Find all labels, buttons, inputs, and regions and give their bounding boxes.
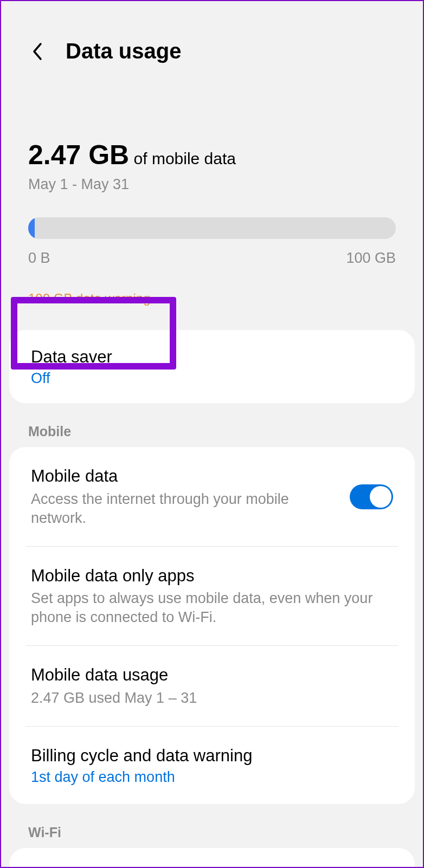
page-title: Data usage — [66, 39, 181, 63]
toggle-knob — [370, 486, 391, 508]
data-saver-status: Off — [31, 370, 393, 387]
mobile-card: Mobile data Access the internet through … — [9, 447, 415, 804]
usage-max-label: 100 GB — [346, 250, 396, 267]
wifi-card: Wi-Fi data usage — [9, 848, 415, 868]
usage-summary: 2.47 GB of mobile data May 1 - May 31 0 … — [1, 85, 423, 322]
usage-suffix: of mobile data — [129, 150, 236, 167]
usage-period: May 1 - May 31 — [28, 176, 396, 193]
mobile-usage-subtitle: 2.47 GB used May 1 – 31 — [31, 689, 393, 708]
usage-min-label: 0 B — [28, 250, 50, 267]
billing-cycle-subtitle: 1st day of each month — [31, 769, 393, 786]
header-bar: Data usage — [1, 1, 423, 85]
wifi-usage-row[interactable]: Wi-Fi data usage — [9, 848, 415, 868]
mobile-data-row[interactable]: Mobile data Access the internet through … — [9, 447, 415, 546]
highlight-annotation — [11, 297, 176, 370]
mobile-data-title: Mobile data — [31, 465, 339, 487]
mobile-data-toggle[interactable] — [350, 484, 393, 509]
back-icon[interactable] — [31, 42, 44, 61]
billing-cycle-row[interactable]: Billing cycle and data warning 1st day o… — [9, 727, 415, 804]
usage-progress-bar[interactable] — [28, 217, 396, 239]
mobile-only-apps-title: Mobile data only apps — [31, 565, 393, 587]
mobile-only-apps-subtitle: Set apps to always use mobile data, even… — [31, 589, 393, 627]
usage-progress-fill — [28, 217, 35, 239]
usage-amount-line: 2.47 GB of mobile data — [28, 139, 396, 171]
billing-cycle-title: Billing cycle and data warning — [31, 745, 393, 767]
mobile-usage-row[interactable]: Mobile data usage 2.47 GB used May 1 – 3… — [9, 646, 415, 726]
usage-progress-labels: 0 B 100 GB — [28, 250, 396, 267]
mobile-only-apps-row[interactable]: Mobile data only apps Set apps to always… — [9, 547, 415, 645]
mobile-section-header: Mobile — [1, 403, 423, 447]
usage-amount: 2.47 GB — [28, 140, 129, 170]
mobile-usage-title: Mobile data usage — [31, 664, 393, 686]
wifi-section-header: Wi-Fi — [1, 804, 423, 848]
mobile-data-subtitle: Access the internet through your mobile … — [31, 490, 339, 528]
